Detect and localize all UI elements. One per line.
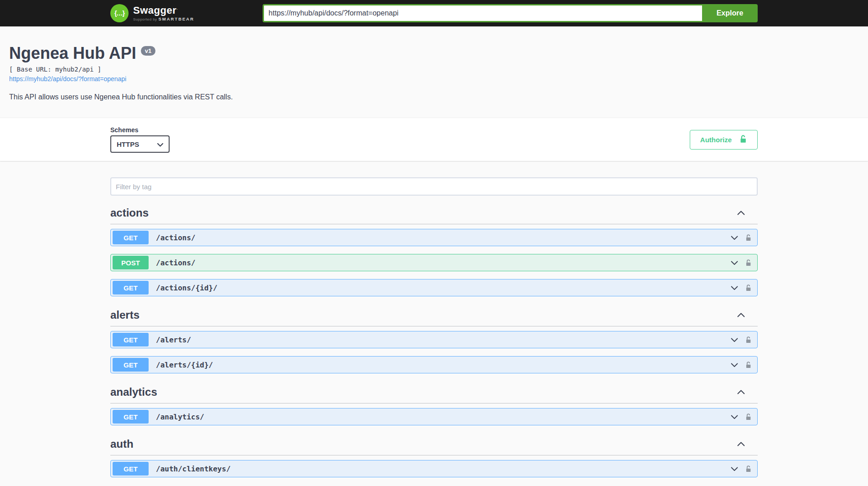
api-title: Ngenea Hub APIv1 — [9, 44, 656, 63]
tag-section: alerts GET /alerts/ GET /alerts/{id}/ — [110, 304, 758, 373]
lock-icon[interactable] — [745, 234, 752, 242]
operation-path: /actions/{id}/ — [156, 284, 217, 292]
lock-icon[interactable] — [745, 413, 752, 421]
section-operations: GET /analytics/ — [110, 408, 758, 425]
swagger-logo: {…} Swagger. Supported bySMARTBEAR — [110, 4, 194, 22]
api-url-input[interactable] — [263, 4, 702, 22]
chevron-down-icon — [731, 465, 738, 473]
swagger-logo-text: Swagger — [133, 5, 176, 16]
version-badge: v1 — [141, 46, 155, 56]
unlock-icon — [739, 134, 747, 145]
operation-row[interactable]: GET /alerts/{id}/ — [110, 356, 758, 373]
chevron-up-icon — [737, 209, 745, 217]
operation-path: /actions/ — [156, 233, 196, 242]
lock-icon[interactable] — [745, 336, 752, 344]
schemes-selected-value: HTTPS — [117, 140, 139, 148]
swagger-logo-icon: {…} — [110, 4, 129, 22]
operation-row[interactable]: GET /analytics/ — [110, 408, 758, 425]
lock-icon[interactable] — [745, 259, 752, 267]
scheme-container: Schemes HTTPS Authorize — [0, 118, 868, 161]
lock-icon[interactable] — [745, 361, 752, 369]
chevron-down-icon — [731, 259, 738, 267]
operation-path: /alerts/{id}/ — [156, 361, 213, 369]
schemes-label: Schemes — [110, 126, 170, 134]
operation-row[interactable]: GET /actions/{id}/ — [110, 279, 758, 296]
spec-link[interactable]: https://myhub2/api/docs/?format=openapi — [9, 75, 126, 83]
method-badge: GET — [113, 281, 149, 295]
section-header[interactable]: analytics — [110, 381, 758, 403]
operation-path: /alerts/ — [156, 336, 191, 344]
chevron-down-icon — [731, 336, 738, 344]
operation-row[interactable]: GET /auth/clientkeys/ — [110, 460, 758, 477]
section-header[interactable]: actions — [110, 202, 758, 224]
method-badge: GET — [113, 462, 149, 476]
chevron-down-icon — [731, 233, 738, 242]
operations-container: actions GET /actions/ POST /actions/ — [101, 161, 767, 477]
method-badge: GET — [113, 333, 149, 346]
base-url: [ Base URL: myhub2/api ] — [9, 66, 656, 73]
operation-row[interactable]: POST /actions/ — [110, 254, 758, 271]
smartbear-brand: SMARTBEAR — [158, 16, 194, 21]
explore-button[interactable]: Explore — [702, 4, 758, 22]
operation-path: /analytics/ — [156, 413, 204, 421]
filter-input[interactable] — [110, 177, 758, 196]
method-badge: POST — [113, 256, 149, 269]
operation-row[interactable]: GET /alerts/ — [110, 331, 758, 348]
chevron-up-icon — [737, 311, 745, 319]
operation-path: /actions/ — [156, 259, 196, 267]
section-header[interactable]: alerts — [110, 304, 758, 326]
chevron-up-icon — [737, 440, 745, 448]
operation-path: /auth/clientkeys/ — [156, 465, 231, 473]
info-section: Ngenea Hub APIv1 [ Base URL: myhub2/api … — [0, 44, 666, 118]
lock-icon[interactable] — [745, 284, 752, 292]
tag-section: analytics GET /analytics/ — [110, 381, 758, 425]
logo-trademark: . — [176, 5, 178, 10]
section-operations: GET /actions/ POST /actions/ — [110, 229, 758, 296]
method-badge: GET — [113, 231, 149, 244]
section-header[interactable]: auth — [110, 433, 758, 455]
download-url-form: Explore — [263, 4, 758, 22]
section-title: analytics — [110, 386, 157, 398]
chevron-down-icon — [157, 140, 163, 148]
section-title: actions — [110, 207, 149, 219]
swagger-logo-tagline: Supported bySMARTBEAR — [133, 17, 194, 21]
chevron-down-icon — [731, 361, 738, 369]
authorize-button[interactable]: Authorize — [690, 130, 758, 150]
section-operations: GET /auth/clientkeys/ — [110, 460, 758, 477]
operations-sections: actions GET /actions/ POST /actions/ — [110, 202, 758, 477]
method-badge: GET — [113, 358, 149, 372]
tag-section: actions GET /actions/ POST /actions/ — [110, 202, 758, 296]
topbar: {…} Swagger. Supported bySMARTBEAR Explo… — [0, 0, 868, 26]
schemes-select[interactable]: HTTPS — [110, 135, 170, 153]
tag-section: auth GET /auth/clientkeys/ — [110, 433, 758, 477]
section-title: auth — [110, 438, 134, 450]
chevron-up-icon — [737, 388, 745, 396]
chevron-down-icon — [731, 284, 738, 292]
operation-row[interactable]: GET /actions/ — [110, 229, 758, 246]
section-title: alerts — [110, 309, 140, 321]
api-description: This API allows users use Ngenea Hub fun… — [9, 93, 656, 118]
schemes-block: Schemes HTTPS — [110, 126, 170, 153]
section-operations: GET /alerts/ GET /alerts/{id}/ — [110, 331, 758, 373]
lock-icon[interactable] — [745, 465, 752, 473]
chevron-down-icon — [731, 413, 738, 421]
method-badge: GET — [113, 410, 149, 424]
authorize-label: Authorize — [700, 136, 732, 144]
